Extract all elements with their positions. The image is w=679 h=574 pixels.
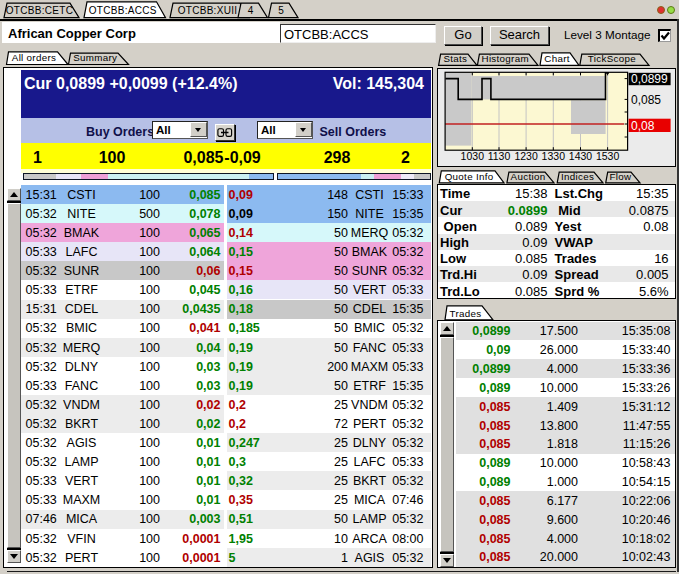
svg-text:Histogram: Histogram: [482, 53, 529, 64]
svg-text:1530: 1530: [596, 150, 620, 162]
svg-text:Chart: Chart: [544, 53, 569, 64]
svg-text:0,08: 0,08: [631, 119, 655, 133]
svg-text:1230: 1230: [515, 150, 539, 162]
svg-text:Indices: Indices: [561, 171, 594, 182]
svg-text:1330: 1330: [542, 150, 566, 162]
svg-text:OTCBB:XUII: OTCBB:XUII: [178, 5, 238, 16]
svg-text:Quote Info: Quote Info: [445, 171, 494, 182]
svg-text:Flow: Flow: [609, 171, 632, 182]
svg-text:1030: 1030: [461, 150, 485, 162]
svg-text:5: 5: [278, 5, 284, 16]
svg-text:4: 4: [248, 5, 254, 16]
svg-text:Stats: Stats: [443, 53, 467, 64]
svg-text:Auction: Auction: [511, 171, 546, 182]
svg-text:OTCBB:ACCS: OTCBB:ACCS: [89, 5, 157, 16]
svg-text:1430: 1430: [569, 150, 593, 162]
svg-text:0,0899: 0,0899: [631, 72, 668, 86]
svg-text:0,085: 0,085: [631, 93, 661, 107]
svg-text:OTCBB:CETC: OTCBB:CETC: [6, 5, 73, 16]
svg-text:Trades: Trades: [450, 307, 482, 318]
svg-text:TickScope: TickScope: [588, 53, 636, 64]
svg-text:1130: 1130: [488, 150, 511, 162]
